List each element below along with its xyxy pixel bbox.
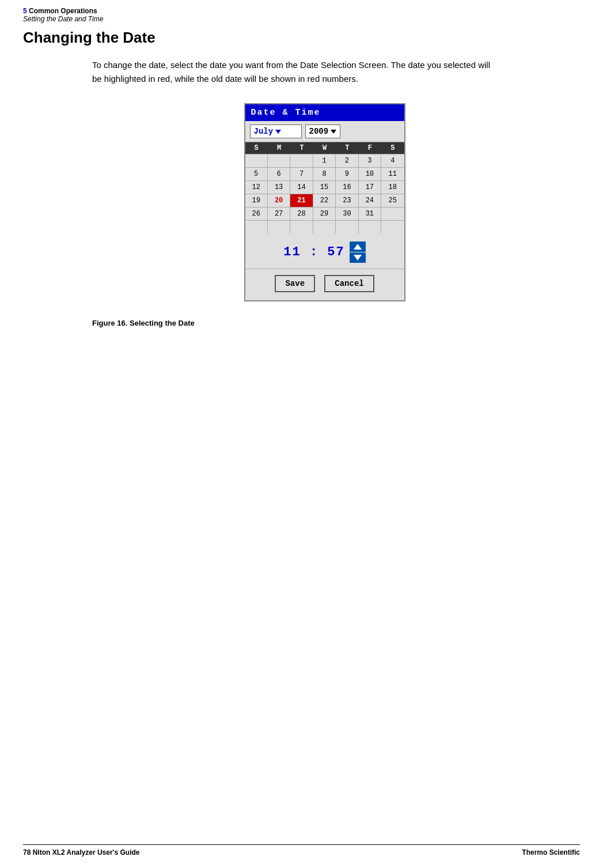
calendar-grid: S M T W T F S 1 2 3 4 <box>245 142 404 233</box>
cancel-button[interactable]: Cancel <box>324 275 374 292</box>
save-button[interactable]: Save <box>275 275 315 292</box>
month-year-row: July 2009 <box>245 121 404 142</box>
cal-cell-7[interactable]: 7 <box>290 168 313 180</box>
page-title: Changing the Date <box>23 29 580 47</box>
time-display: 11 : 57 <box>283 245 344 259</box>
cal-cell-empty <box>381 221 404 233</box>
day-header-sat: S <box>381 142 404 154</box>
page-footer: 78 Niton XL2 Analyzer User's Guide Therm… <box>23 844 580 856</box>
cal-cell-23[interactable]: 23 <box>336 194 358 207</box>
month-label: July <box>254 127 274 136</box>
cal-cell-17[interactable]: 17 <box>359 181 381 194</box>
cal-cell-5[interactable]: 5 <box>245 168 268 180</box>
cal-cell-29[interactable]: 29 <box>313 207 336 220</box>
chapter-number: 5 <box>23 7 27 15</box>
cal-cell-3[interactable]: 3 <box>359 154 381 167</box>
cal-cell-16[interactable]: 16 <box>336 181 358 194</box>
cal-cell-empty <box>381 207 404 220</box>
cal-cell-9[interactable]: 9 <box>336 168 358 180</box>
day-header-fri: F <box>359 142 381 154</box>
cal-cell-12[interactable]: 12 <box>245 181 268 194</box>
chapter-label: 5 Common Operations <box>23 7 580 15</box>
cal-cell-empty <box>359 221 381 233</box>
cal-cell-18[interactable]: 18 <box>381 181 404 194</box>
description-text: To change the date, select the date you … <box>92 58 495 86</box>
screenshot-container: Date & Time July 2009 S M T <box>69 103 580 301</box>
time-increment-button[interactable] <box>350 241 366 252</box>
cal-cell-25[interactable]: 25 <box>381 194 404 207</box>
month-dropdown-arrow <box>275 130 281 134</box>
cal-cell-empty <box>313 221 336 233</box>
cal-cell-11[interactable]: 11 <box>381 168 404 180</box>
cal-cell-10[interactable]: 10 <box>359 168 381 180</box>
calendar-row-5: 26 27 28 29 30 31 <box>245 207 404 220</box>
day-header-wed: W <box>313 142 336 154</box>
day-header-thu: T <box>336 142 358 154</box>
footer-page-info: 78 Niton XL2 Analyzer User's Guide <box>23 848 139 856</box>
time-decrement-button[interactable] <box>350 252 366 263</box>
datetime-widget: Date & Time July 2009 S M T <box>244 103 405 301</box>
year-label: 2009 <box>309 127 329 136</box>
cal-cell-empty <box>245 154 268 167</box>
figure-caption: Figure 16. Selecting the Date <box>92 319 580 327</box>
cal-cell-8[interactable]: 8 <box>313 168 336 180</box>
calendar-row-3: 12 13 14 15 16 17 18 <box>245 180 404 194</box>
cal-cell-14[interactable]: 14 <box>290 181 313 194</box>
cal-cell-empty <box>336 221 358 233</box>
cal-cell-empty <box>268 221 290 233</box>
calendar-row-6 <box>245 220 404 233</box>
calendar-row-2: 5 6 7 8 9 10 11 <box>245 167 404 180</box>
cal-cell-empty <box>268 154 290 167</box>
day-header-tue: T <box>290 142 313 154</box>
cal-cell-2[interactable]: 2 <box>336 154 358 167</box>
time-row: 11 : 57 <box>245 233 404 269</box>
chapter-title: Common Operations <box>29 7 97 15</box>
cal-cell-28[interactable]: 28 <box>290 207 313 220</box>
cal-cell-26[interactable]: 26 <box>245 207 268 220</box>
down-arrow-icon <box>354 255 362 261</box>
cal-cell-20-old[interactable]: 20 <box>268 194 290 207</box>
footer-brand: Thermo Scientific <box>522 848 580 856</box>
time-spinner[interactable] <box>350 241 366 263</box>
cal-cell-4[interactable]: 4 <box>381 154 404 167</box>
widget-title-bar: Date & Time <box>245 104 404 121</box>
cal-cell-31[interactable]: 31 <box>359 207 381 220</box>
up-arrow-icon <box>354 244 362 250</box>
calendar-row-1: 1 2 3 4 <box>245 154 404 167</box>
day-header-sun: S <box>245 142 268 154</box>
calendar-row-4: 19 20 21 22 23 24 25 <box>245 194 404 207</box>
cal-cell-1[interactable]: 1 <box>313 154 336 167</box>
cal-cell-empty <box>245 221 268 233</box>
page-header: 5 Common Operations Setting the Date and… <box>23 7 580 23</box>
cal-cell-27[interactable]: 27 <box>268 207 290 220</box>
cal-cell-13[interactable]: 13 <box>268 181 290 194</box>
cal-cell-15[interactable]: 15 <box>313 181 336 194</box>
cal-cell-21-today[interactable]: 21 <box>290 194 313 207</box>
main-content: Changing the Date To change the date, se… <box>23 29 580 327</box>
year-dropdown-arrow <box>331 130 336 134</box>
month-dropdown[interactable]: July <box>250 124 302 138</box>
cal-cell-24[interactable]: 24 <box>359 194 381 207</box>
calendar-header-row: S M T W T F S <box>245 142 404 154</box>
year-dropdown[interactable]: 2009 <box>305 124 341 138</box>
section-label: Setting the Date and Time <box>23 15 580 23</box>
cal-cell-empty <box>290 154 313 167</box>
cal-cell-22[interactable]: 22 <box>313 194 336 207</box>
cal-cell-19[interactable]: 19 <box>245 194 268 207</box>
cal-cell-6[interactable]: 6 <box>268 168 290 180</box>
day-header-mon: M <box>268 142 290 154</box>
cal-cell-empty <box>290 221 313 233</box>
buttons-row: Save Cancel <box>245 269 404 300</box>
cal-cell-30[interactable]: 30 <box>336 207 358 220</box>
